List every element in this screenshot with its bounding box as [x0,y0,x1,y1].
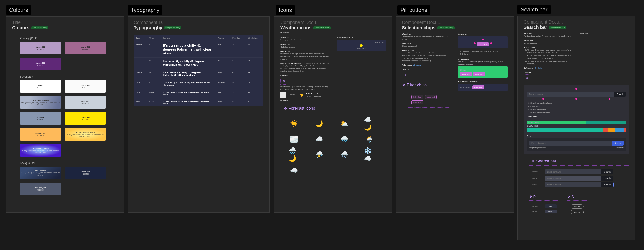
swatch-name: Grey 100 [81,100,89,102]
swatch-mauve-100: Mauve 100#B59BC5 [20,42,61,54]
th-fontsize: Font Size [230,35,246,41]
swatch-name: Blue gradient radial [32,147,49,150]
cell-example: It's currently a chilly 42 degrees Fahre… [161,79,216,89]
how-used-2: Use the icon correspoding to the respons… [280,55,329,60]
search-input[interactable] [545,176,601,181]
search-bar-anatomy: Search [527,92,626,97]
cell-weight: Bold [216,69,230,79]
swatch-val: # 1C243E [82,173,89,175]
swatch-val: #FAFAFA [82,86,89,89]
how-used-label: How it's used: [280,50,293,52]
swatch-name: Dark Solid [81,170,90,173]
spacing-label: spacing [527,124,626,127]
cell-token: M [147,58,161,69]
placeholder-swatch [280,92,286,98]
search-button[interactable]: Search [612,140,624,146]
icons-frame: Component Docu... Weather icons Componen… [274,16,392,212]
partly-cloudy-night-icon: ☁️🌙 [364,118,375,129]
overcast-icon: ☁️ [314,134,324,144]
chip-label: Label text [427,96,435,98]
cell-weight: Bold [216,98,230,107]
current-button[interactable]: Current [571,204,584,209]
search-button[interactable]: Search [614,92,626,97]
how-used-item: The search bar blurs if the user clicks … [527,60,573,65]
search-small-button[interactable]: Search [545,210,557,214]
search-small-button[interactable]: Search [545,204,557,208]
search-input[interactable] [527,92,614,97]
fixed-height-label: Fixed height [339,41,384,44]
cell-token: S [147,69,161,79]
search-button[interactable]: Search [601,182,614,187]
s-heading: ❖ S... [567,195,587,199]
swatch-blue-grey-100: Blue grey 100#51596D [20,182,61,195]
cell-type: Header [134,41,147,58]
th-example: Example [161,35,216,41]
adapts-label: Adapts to parent size [529,146,546,149]
how-used-2: The copy of the chips will be modified a… [402,54,446,59]
swatch-val: #A26891 [82,48,88,50]
search-button[interactable]: Search [601,176,614,181]
state-focus-label: Focus [532,184,542,186]
section-label-icons: Icons [276,6,295,15]
cell-weight: Bold [216,41,230,58]
where-it-is-label: Where it is: [280,44,290,46]
current-button[interactable]: Current [571,210,584,214]
cell-weight: Bold [216,58,230,69]
shadow-label: Shadow [282,32,289,34]
sun-icon: ☀️ [288,118,300,129]
position-label: Position: [524,71,531,73]
anatomy-dot-icon [576,98,577,100]
th-lineheight: Line Height [246,35,264,41]
chip[interactable]: Label text [411,95,424,99]
cloud-icon: ☁️ [288,164,300,176]
th-type: Type [134,35,147,41]
component-ready-badge: Component ready [313,26,331,29]
component-docu-heading: Component Docu... [524,20,629,25]
search-input[interactable] [529,140,612,146]
what-it-is-label: What it is: [280,36,289,38]
anatomy-dot-icon [542,98,544,100]
filter-chips-group: Label text Label text Label text [408,92,451,108]
where-it-is-copy: Global component [280,46,295,48]
search-input[interactable] [545,182,601,187]
chip[interactable]: Label text [411,100,424,104]
swatch-name: Mauve 300 [36,62,45,64]
cell-lineheight: 32 [246,79,264,89]
example-heading: Example: [280,100,289,102]
search-button[interactable]: Search [601,169,614,174]
swatch-soft-white: Soft White#FAFAFA [65,80,106,92]
example-label: example [314,95,321,97]
how-used-item: A user can type a query and click on the… [527,54,573,59]
section-label-searchbar: Search bar [518,5,550,14]
state-default-label: Default [532,205,542,207]
anatomy-item: Search button container [530,111,626,113]
where-it-is-label: Where it is: [524,39,534,41]
cell-lineheight: 40 [246,58,264,69]
swatch-val: linear-gradient(106.63deg, #AEB7CB 23.19… [20,102,61,106]
constraints-label: Constraints: [458,58,469,60]
anatomy-dot-icon [490,42,492,44]
chip-label: Label text [474,86,482,88]
references-link[interactable]: UX design [413,64,422,66]
pill-frame: Component Docu... Selection chips Compon… [396,16,514,212]
swatch-name: Grey gradient linear [32,99,49,102]
component-ready-badge: Component ready [31,26,49,29]
responsive-label: Responsive behaviour: [458,80,478,82]
how-used-label: How it's used: [524,46,536,48]
title-label: Title [12,20,118,25]
references-link[interactable]: UX design [534,67,543,69]
cell-example: It's currently a chilly 42 degrees Fahre… [161,69,216,79]
chip-label: Label text [462,73,470,75]
anatomy-label: Anatomy: [458,33,467,35]
cell-type: Body [134,98,147,107]
cell-fontsize: 24 [230,69,246,79]
what-it-is-copy: Chip type that allows for single option … [402,36,448,40]
search-input[interactable] [545,169,601,174]
colours-title: Colours [12,25,30,30]
swatch-grey-gradient: Grey gradient linearlinear-gradient(106.… [20,96,61,108]
night-rain-icon: 🌧️🌙 [288,149,300,160]
chip[interactable]: Label text [425,95,437,99]
responsive-label: Responsive behaviour: [527,135,547,137]
swatch-dark-gradient: Dark Gradientlinear-gradient(143.19deg, … [20,166,61,179]
swatch-val: #51596D [37,189,44,191]
